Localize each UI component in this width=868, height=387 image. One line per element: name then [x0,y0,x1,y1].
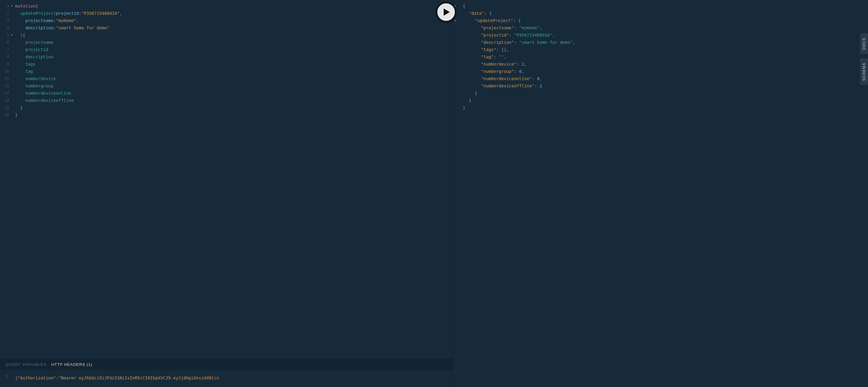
line-number: 8 [0,53,9,61]
headers-gutter: 1 [0,374,10,382]
line-number: 5▼ [0,31,9,39]
json-line: ▼{ [458,2,868,10]
json-line: "numberdevice": 1, [458,61,868,68]
line-number: 10 [0,68,9,75]
fold-arrow-icon[interactable]: ▼ [454,17,456,24]
play-icon [443,8,450,16]
bottom-tab-bar: QUERY VARIABLES HTTP HEADERS (1) [0,359,453,370]
code-line[interactable]: tag [15,68,453,75]
json-line: } [458,90,868,97]
execute-button[interactable] [436,2,456,22]
code-line[interactable]: numberdeviceoffline [15,97,453,104]
headers-code[interactable]: {"Authorization":"Bearer eyJhbGciOiJFUzI… [10,374,453,382]
code-line[interactable]: numbergroup [15,82,453,90]
code-line[interactable]: description [15,53,453,61]
code-line[interactable]: } [15,104,453,111]
code-line[interactable]: projectname [15,39,453,46]
json-line: "tags": {}, [458,46,868,53]
code-line[interactable]: updateProject(projectid:"P356715468916", [15,10,453,17]
code-line[interactable]: ){ [15,31,453,39]
json-line: "projectid": "P356715468916", [458,31,868,39]
json-line: "numberdeviceonline": 0, [458,75,868,82]
query-pane: 1▼2345▼678910111213141516 mutation{ upda… [0,0,453,387]
line-number: 11 [0,75,9,82]
code-line[interactable]: projectid [15,46,453,53]
json-line: "description": "smart home for demo", [458,39,868,46]
code-line[interactable]: mutation{ [15,2,453,10]
fold-arrow-icon[interactable]: ▼ [10,2,13,10]
line-number: 1 [0,374,8,379]
json-line: "numberdeviceoffline": 1 [458,82,868,90]
code-line[interactable]: projectname:"myHome", [15,17,453,24]
tab-query-variables[interactable]: QUERY VARIABLES [5,362,46,367]
json-line: } [458,97,868,104]
line-number: 6 [0,39,9,46]
code-line[interactable]: numberdeviceonline [15,90,453,97]
response-pane: ▼{▼"data": {▼"updateProject": {"projectn… [453,0,868,387]
line-number: 16 [0,111,9,119]
line-number: 15 [0,104,9,111]
line-number: 12 [0,82,9,90]
json-line: "numbergroup": 0, [458,68,868,75]
code-line[interactable]: } [15,111,453,119]
json-line: } [458,104,868,111]
response-json[interactable]: ▼{▼"data": {▼"updateProject": {"projectn… [457,2,868,111]
bottom-panel: QUERY VARIABLES HTTP HEADERS (1) 1 {"Aut… [0,359,453,387]
json-line: "projectname": "myHome", [458,24,868,31]
line-number: 1▼ [0,2,9,10]
docs-toggle[interactable]: DOCS [860,33,868,54]
query-code[interactable]: mutation{ updateProject(projectid:"P3567… [10,2,453,359]
tab-http-headers[interactable]: HTTP HEADERS (1) [52,362,93,367]
json-line: "tag": "", [458,53,868,61]
side-toggles: DOCS SCHEMA [860,33,868,85]
line-number: 14 [0,97,9,104]
code-line[interactable]: description:"smart home for demo" [15,24,453,31]
query-editor[interactable]: 1▼2345▼678910111213141516 mutation{ upda… [0,0,453,359]
line-number: 2 [0,10,9,17]
json-line: ▼"data": { [458,10,868,17]
line-gutter: 1▼2345▼678910111213141516 [0,2,10,359]
line-number: 13 [0,90,9,97]
code-line[interactable]: tags [15,61,453,68]
fold-arrow-icon[interactable]: ▼ [10,31,13,39]
line-number: 4 [0,24,9,31]
graphql-playground: 1▼2345▼678910111213141516 mutation{ upda… [0,0,868,387]
line-number: 7 [0,46,9,53]
headers-editor[interactable]: 1 {"Authorization":"Bearer eyJhbGciOiJFU… [0,370,453,387]
line-number: 9 [0,61,9,68]
schema-toggle[interactable]: SCHEMA [860,58,868,85]
json-line: ▼"updateProject": { [458,17,868,24]
code-line[interactable]: numberdevice [15,75,453,82]
line-number: 3 [0,17,9,24]
code-line[interactable]: {"Authorization":"Bearer eyJhbGciOiJFUzI… [15,374,453,382]
